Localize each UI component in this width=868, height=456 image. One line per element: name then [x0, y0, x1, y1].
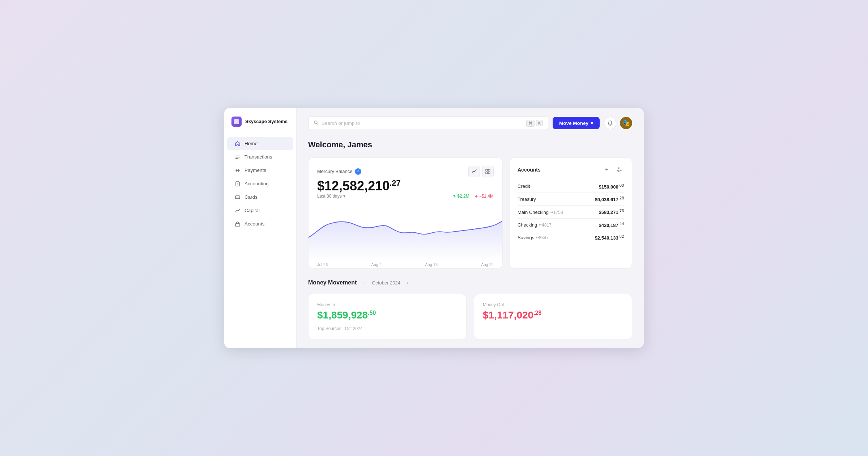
chart-date-4: Aug 22 [481, 262, 494, 267]
accounts-header: Accounts + [518, 165, 624, 174]
sidebar-item-payments-label: Payments [244, 168, 266, 173]
account-row-treasury[interactable]: Treasury $9,038,617.28 [518, 193, 624, 206]
transactions-icon [234, 154, 241, 160]
money-in-label: Money In [317, 302, 458, 307]
money-movement-grid: Money In $1,859,928.50 Top Sources · Oct… [308, 294, 632, 339]
money-in-amount: $1,859,928.50 [317, 309, 458, 321]
svg-rect-9 [235, 224, 240, 226]
account-number-checking: ••4817 [539, 223, 552, 228]
balance-cents: .27 [390, 178, 401, 187]
grid-chart-toggle[interactable] [482, 166, 494, 177]
add-account-button[interactable]: + [602, 165, 612, 174]
money-out-amount: $1,117,020.28 [483, 309, 623, 321]
svg-rect-1 [235, 157, 240, 157]
accounts-icon [234, 221, 241, 227]
top-sources-label: Top Sources · Oct 2024 [317, 326, 458, 331]
logo: Skyscape Systems [224, 117, 296, 137]
account-amount-main-checking: $583,271.73 [599, 208, 624, 215]
header-bar: Search or jump to ⌘ K Move Money ▾ [308, 117, 632, 130]
cards-icon [234, 194, 241, 200]
balance-header: Mercury Balance ✓ [317, 166, 494, 177]
account-number-main-checking: ••1758 [550, 210, 563, 215]
sidebar-item-capital-label: Capital [244, 208, 260, 213]
account-row-savings[interactable]: Savings ••8347 $2,540,133.82 [518, 231, 624, 244]
expand-accounts-button[interactable] [614, 165, 624, 174]
sidebar-item-accounts-label: Accounts [244, 221, 265, 227]
page-title: Welcome, James [308, 140, 632, 149]
money-movement-header: Money Movement ‹ October 2024 › [308, 279, 632, 287]
accounts-panel: Accounts + Credit [509, 157, 632, 269]
sidebar-item-accounts[interactable]: Accounts [227, 218, 293, 231]
logo-icon [231, 117, 242, 127]
flow-in-amount: $2.2M [457, 194, 469, 199]
chart-date-3: Aug 13 [425, 262, 438, 267]
sidebar-item-cards[interactable]: Cards [227, 191, 293, 204]
svg-rect-6 [237, 185, 238, 185]
move-money-chevron: ▾ [591, 120, 593, 126]
notifications-button[interactable] [604, 117, 616, 129]
capital-icon [234, 207, 241, 214]
account-amount-checking: $420,187.44 [599, 221, 624, 228]
sidebar-item-capital[interactable]: Capital [227, 204, 293, 217]
svg-point-10 [314, 121, 317, 124]
month-nav: ‹ October 2024 › [361, 279, 411, 287]
money-out-label: Money Out [483, 302, 623, 307]
account-amount-treasury: $9,038,617.28 [595, 196, 624, 202]
money-movement-title: Money Movement [308, 279, 357, 286]
date-range-chevron: ▾ [343, 194, 345, 199]
sidebar-item-cards-label: Cards [244, 194, 258, 200]
money-movement-section: Money Movement ‹ October 2024 › Money In… [308, 279, 632, 339]
account-name-treasury: Treasury [518, 197, 536, 202]
account-amount-credit: $150,000.00 [599, 183, 624, 190]
line-chart-toggle[interactable] [468, 166, 480, 177]
sidebar-item-accounting-label: Accounting [244, 181, 269, 186]
main-content: Search or jump to ⌘ K Move Money ▾ [297, 108, 644, 349]
svg-rect-4 [237, 183, 239, 183]
shortcut-x: ⌘ [526, 120, 535, 127]
account-row-main-checking[interactable]: Main Checking ••1758 $583,271.73 [518, 206, 624, 218]
sidebar-item-home[interactable]: Home [227, 137, 293, 150]
flow-in: $2.2M [452, 194, 469, 199]
current-month: October 2024 [372, 280, 400, 286]
account-number-savings: ••8347 [536, 235, 549, 240]
balance-chart: Jul 26 Aug 4 Aug 13 Aug 22 [309, 203, 502, 268]
payments-icon [234, 167, 241, 174]
balance-amount: $12,582,210.27 [317, 179, 494, 193]
date-range-label: Last 30 days [317, 194, 342, 199]
prev-month-button[interactable]: ‹ [361, 279, 369, 287]
flow-out: −$1.4M [475, 194, 494, 199]
account-row-credit[interactable]: Credit $150,000.00 [518, 180, 624, 193]
sidebar-item-transactions[interactable]: Transactions [227, 151, 293, 164]
sidebar-item-accounting[interactable]: Accounting [227, 177, 293, 190]
sidebar: Skyscape Systems Home Transactions [224, 108, 297, 349]
search-icon [314, 120, 319, 126]
balance-label-row: Mercury Balance ✓ [317, 168, 361, 175]
move-money-label: Move Money [559, 121, 588, 126]
search-shortcut: ⌘ K [526, 120, 543, 127]
money-out-card: Money Out $1,117,020.28 [474, 294, 632, 339]
accounting-icon [234, 181, 241, 187]
header-icons: 🎭 [604, 117, 632, 129]
account-row-checking[interactable]: Checking ••4817 $420,187.44 [518, 219, 624, 231]
flow-stats: $2.2M −$1.4M [452, 194, 494, 199]
chart-date-1: Jul 26 [317, 262, 328, 267]
svg-rect-0 [235, 156, 240, 156]
chart-toggles [468, 166, 494, 177]
svg-rect-8 [235, 197, 240, 197]
account-name-savings: Savings [518, 235, 534, 240]
chart-labels: Jul 26 Aug 4 Aug 13 Aug 22 [309, 262, 502, 273]
svg-rect-13 [486, 172, 488, 174]
account-name-checking: Checking [518, 222, 537, 228]
user-avatar[interactable]: 🎭 [620, 117, 632, 129]
date-range[interactable]: Last 30 days ▾ [317, 194, 345, 199]
svg-rect-12 [488, 169, 490, 171]
account-amount-savings: $2,540,133.82 [595, 234, 624, 241]
next-month-button[interactable]: › [403, 279, 411, 287]
svg-rect-2 [235, 158, 238, 159]
sidebar-item-payments[interactable]: Payments [227, 164, 293, 177]
move-money-button[interactable]: Move Money ▾ [553, 117, 600, 129]
balance-label: Mercury Balance [317, 169, 353, 174]
company-name: Skyscape Systems [245, 119, 288, 124]
search-box[interactable]: Search or jump to ⌘ K [308, 117, 548, 130]
accounts-list: Credit $150,000.00 Treasury $9,038,617.2… [518, 180, 624, 244]
